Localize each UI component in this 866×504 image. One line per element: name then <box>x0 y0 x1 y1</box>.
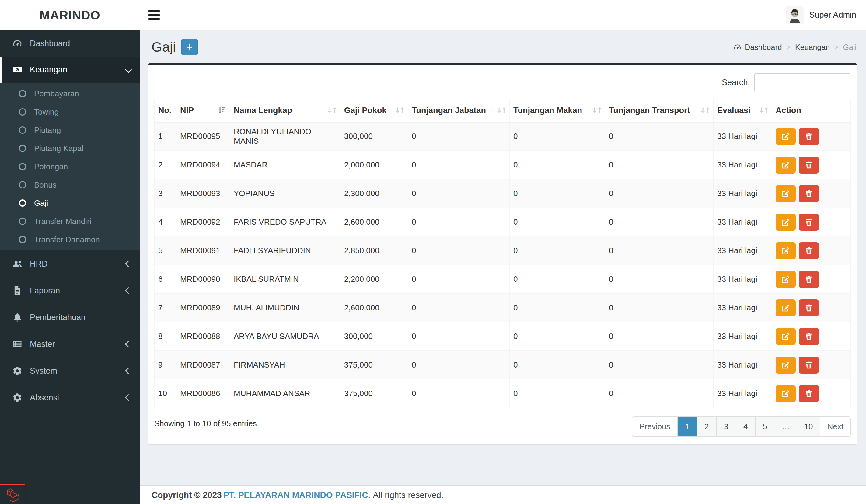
sidebar-item-dashboard[interactable]: Dashboard <box>0 31 140 57</box>
pagination-page-4[interactable]: 4 <box>736 417 755 436</box>
main-area: Gaji + Dashboard > Keuangan <box>140 31 866 504</box>
delete-button[interactable] <box>799 157 819 174</box>
rights-text: All rights reserved. <box>373 490 444 500</box>
sidebar-item-label: Laporan <box>30 286 60 296</box>
sidebar-item-system[interactable]: System <box>0 357 140 384</box>
delete-button[interactable] <box>799 242 819 259</box>
header-nip[interactable]: NIP <box>177 99 230 122</box>
edit-button[interactable] <box>776 157 796 174</box>
brand-logo[interactable]: MARINDO <box>0 0 140 31</box>
file-icon <box>12 285 23 296</box>
sidebar-item-master[interactable]: Master <box>0 331 140 357</box>
sidebar-subitem-gaji[interactable]: Gaji <box>0 194 140 212</box>
pagination-page-3[interactable]: 3 <box>716 417 736 436</box>
pagination-ellipsis: … <box>775 417 797 436</box>
delete-button[interactable] <box>799 185 819 202</box>
circle-icon <box>19 90 26 97</box>
breadcrumb-dashboard[interactable]: Dashboard <box>733 43 782 52</box>
sort-icon: ↓↑ <box>395 106 404 115</box>
edit-button[interactable] <box>776 128 796 145</box>
edit-button[interactable] <box>776 328 796 345</box>
edit-button[interactable] <box>776 357 796 374</box>
sidebar-item-absensi[interactable]: Absensi <box>0 384 140 411</box>
sidebar-subitem-pembayaran[interactable]: Pembayaran <box>0 84 140 103</box>
pagination: Previous 1 2 3 4 5 … 10 Next <box>632 416 851 436</box>
trash-icon <box>804 389 813 398</box>
sidebar-subitem-piutang-kapal[interactable]: Piutang Kapal <box>0 139 140 158</box>
edit-icon <box>781 246 790 255</box>
sidebar-item-laporan[interactable]: Laporan <box>0 277 140 304</box>
sidebar-item-label: Absensi <box>30 393 59 402</box>
pagination-page-1[interactable]: 1 <box>677 417 697 436</box>
pagination-page-2[interactable]: 2 <box>697 417 716 436</box>
breadcrumb-current: Gaji <box>843 43 857 52</box>
header-tunjangan-makan[interactable]: Tunjangan Makan↓↑ <box>510 99 605 122</box>
pagination-page-10[interactable]: 10 <box>797 417 820 436</box>
header-nama-lengkap[interactable]: Nama Lengkap↓↑ <box>230 99 341 122</box>
table-row: 2 MRD00094 MASDAR 2,000,000 0 0 0 33 Har… <box>155 151 851 179</box>
sidebar-toggle-button[interactable] <box>140 0 168 31</box>
sidebar-subitem-piutang[interactable]: Piutang <box>0 121 140 139</box>
user-menu[interactable]: Super Admin <box>776 0 866 30</box>
app-window: MARINDO Super Admin <box>0 0 866 504</box>
laravel-logo-icon <box>5 487 20 503</box>
sidebar-subitem-bonus[interactable]: Bonus <box>0 176 140 194</box>
list-icon <box>12 339 23 349</box>
navbar: Super Admin <box>140 0 866 31</box>
delete-button[interactable] <box>799 328 819 345</box>
gaji-table: No. NIP Nama Lengkap↓↑ Gaji Pokok↓↑ Tunj… <box>154 99 851 408</box>
edit-button[interactable] <box>776 299 796 317</box>
chevron-down-icon <box>125 66 132 73</box>
add-button[interactable]: + <box>181 39 198 55</box>
edit-button[interactable] <box>776 242 796 259</box>
chevron-left-icon <box>125 367 132 375</box>
breadcrumb: Dashboard > Keuangan > Gaji <box>733 43 857 52</box>
header-no: No. <box>155 99 177 122</box>
sidebar-item-label: HRD <box>30 259 48 269</box>
table-row: 9 MRD00087 FIRMANSYAH 375,000 0 0 0 33 H… <box>155 351 851 379</box>
sidebar-subitem-towing[interactable]: Towing <box>0 103 140 121</box>
sidebar-item-keuangan[interactable]: Keuangan <box>0 57 140 83</box>
search-input[interactable] <box>754 73 851 92</box>
edit-button[interactable] <box>776 271 796 288</box>
delete-button[interactable] <box>799 385 819 402</box>
header-tunjangan-jabatan[interactable]: Tunjangan Jabatan↓↑ <box>408 99 510 122</box>
edit-button[interactable] <box>776 214 796 231</box>
edit-button[interactable] <box>776 385 796 402</box>
trash-icon <box>804 246 813 255</box>
header-action: Action <box>772 99 851 122</box>
sort-icon: ↓↑ <box>327 106 336 115</box>
page-title: Gaji <box>152 38 176 56</box>
content-header: Gaji + Dashboard > Keuangan <box>152 38 857 56</box>
trash-icon <box>804 332 813 341</box>
trash-icon <box>804 360 813 370</box>
trash-icon <box>804 218 813 227</box>
delete-button[interactable] <box>799 214 819 231</box>
company-link[interactable]: PT. PELAYARAN MARINDO PASIFIC. <box>224 490 370 500</box>
pagination-page-5[interactable]: 5 <box>755 417 775 436</box>
header-evaluasi[interactable]: Evaluasi↓↑ <box>713 99 772 122</box>
sidebar-item-hrd[interactable]: HRD <box>0 251 140 277</box>
header-gaji-pokok[interactable]: Gaji Pokok↓↑ <box>341 99 408 122</box>
sidebar-subitem-transfer-mandiri[interactable]: Transfer Mandiri <box>0 212 140 230</box>
page-footer: Copyright © 2023PT. PELAYARAN MARINDO PA… <box>140 485 866 504</box>
delete-button[interactable] <box>799 128 819 145</box>
pagination-previous[interactable]: Previous <box>632 417 677 436</box>
delete-button[interactable] <box>799 271 819 288</box>
table-row: 7 MRD00089 MUH. ALIMUDDIN 2,600,000 0 0 … <box>155 294 851 322</box>
pagination-next[interactable]: Next <box>820 417 851 436</box>
delete-button[interactable] <box>799 357 819 374</box>
content: Gaji + Dashboard > Keuangan <box>140 31 866 485</box>
delete-button[interactable] <box>799 299 819 317</box>
edit-button[interactable] <box>776 185 796 202</box>
sidebar-subitem-transfer-danamon[interactable]: Transfer Danamon <box>0 230 140 249</box>
gear-icon <box>12 392 23 403</box>
header-tunjangan-transport[interactable]: Tunjangan Transport↓↑ <box>605 99 713 122</box>
trash-icon <box>804 160 813 170</box>
sidebar-subitem-potongan[interactable]: Potongan <box>0 158 140 176</box>
circle-icon <box>19 199 26 207</box>
gauge-icon <box>733 43 742 51</box>
breadcrumb-keuangan[interactable]: Keuangan <box>795 43 830 52</box>
laravel-debug-badge <box>0 484 25 504</box>
sidebar-item-pemberitahuan[interactable]: Pemberitahuan <box>0 304 140 331</box>
